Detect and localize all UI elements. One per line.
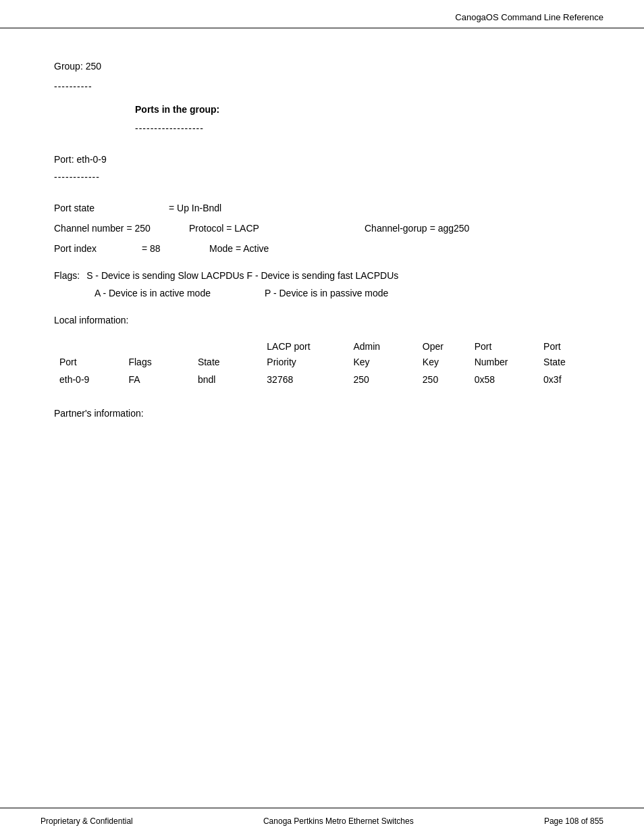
- local-info-label: Local information:: [54, 315, 590, 325]
- port-state-label: Port state: [54, 203, 155, 213]
- port-separator: ------------: [54, 172, 590, 182]
- partner-info-label: Partner's information:: [54, 408, 590, 419]
- td-admin-key: 250: [348, 370, 417, 388]
- th-flags: Flags: [123, 355, 192, 370]
- port-header: Port: eth-0-9: [54, 154, 590, 165]
- port-index-value: = 88: [142, 243, 209, 254]
- td-state: bndl: [192, 370, 261, 388]
- col-oper-subheader: Oper: [417, 338, 469, 355]
- col-admin-subheader: Admin: [348, 338, 417, 355]
- ports-label: Ports in the group:: [135, 104, 590, 115]
- th-priority: Priority: [261, 355, 348, 370]
- channel-row: Channel number = 250 Protocol = LACP Cha…: [54, 223, 590, 234]
- td-priority: 32768: [261, 370, 348, 388]
- local-info-section: Local information: LACP port Admin Oper …: [54, 315, 590, 388]
- port-state-value: = Up In-Bndl: [169, 203, 221, 213]
- main-content: Group: 250 ---------- Ports in the group…: [0, 28, 644, 473]
- channel-gorup-value: = agg250: [430, 223, 470, 234]
- table-subheader-row: LACP port Admin Oper Port Port: [54, 338, 590, 355]
- td-port: eth-0-9: [54, 370, 123, 388]
- port-state-row: Port state = Up In-Bndl: [54, 203, 590, 213]
- col-number-subheader: Port: [469, 338, 538, 355]
- port-index-row: Port index = 88 Mode = Active: [54, 243, 590, 254]
- protocol-label: Protocol = LACP: [189, 223, 324, 234]
- channel-gorup-label: Channel-gorup: [365, 223, 427, 234]
- flags-heading: Flags:: [54, 270, 80, 281]
- channel-number-label: Channel number = 250: [54, 223, 189, 234]
- th-pstate: State: [538, 355, 590, 370]
- col-flags-subheader: [123, 338, 192, 355]
- col-pstate-subheader: Port: [538, 338, 590, 355]
- td-oper-key: 250: [417, 370, 469, 388]
- group-line: Group: 250: [54, 61, 590, 72]
- th-port: Port: [54, 355, 123, 370]
- th-oper-key: Key: [417, 355, 469, 370]
- table-header-row: Port Flags State Priority Key Key Number…: [54, 355, 590, 370]
- footer-right: Page 108 of 855: [544, 816, 603, 826]
- page-header: CanogaOS Command Line Reference: [0, 0, 644, 28]
- ports-separator: ------------------: [135, 123, 590, 134]
- col-priority-subheader: LACP port: [261, 338, 348, 355]
- page-footer: Proprietary & Confidential Canoga Pertki…: [0, 808, 644, 834]
- header-title: CanogaOS Command Line Reference: [455, 12, 603, 22]
- ports-section: Ports in the group: ------------------: [54, 104, 590, 134]
- col-state-subheader: [192, 338, 261, 355]
- separator1: ----------: [54, 81, 590, 92]
- th-number: Number: [469, 355, 538, 370]
- flags-row1: Flags: S - Device is sending Slow LACPDU…: [54, 270, 590, 281]
- port-index-label: Port index: [54, 243, 142, 254]
- td-pstate: 0x3f: [538, 370, 590, 388]
- flags-line2-part1: A - Device is in active mode: [95, 288, 211, 298]
- page-container: CanogaOS Command Line Reference Group: 2…: [0, 0, 644, 834]
- td-flags: FA: [123, 370, 192, 388]
- flags-row2: A - Device is in active mode P - Device …: [54, 288, 590, 298]
- footer-center: Canoga Pertkins Metro Ethernet Switches: [263, 816, 414, 826]
- channel-gorup-pair: Channel-gorup = agg250: [365, 223, 472, 234]
- td-number: 0x58: [469, 370, 538, 388]
- table-row: eth-0-9FAbndl327682502500x580x3f: [54, 370, 590, 388]
- flags-section: Flags: S - Device is sending Slow LACPDU…: [54, 270, 590, 298]
- footer-left: Proprietary & Confidential: [41, 816, 133, 826]
- flags-line2-part2: P - Device is in passive mode: [265, 288, 388, 298]
- th-state: State: [192, 355, 261, 370]
- flags-line1: S - Device is sending Slow LACPDUs F - D…: [86, 270, 398, 281]
- col-port-subheader: [54, 338, 123, 355]
- mode-label: Mode = Active: [209, 243, 269, 254]
- th-admin-key: Key: [348, 355, 417, 370]
- local-info-table: LACP port Admin Oper Port Port Port Flag…: [54, 338, 590, 388]
